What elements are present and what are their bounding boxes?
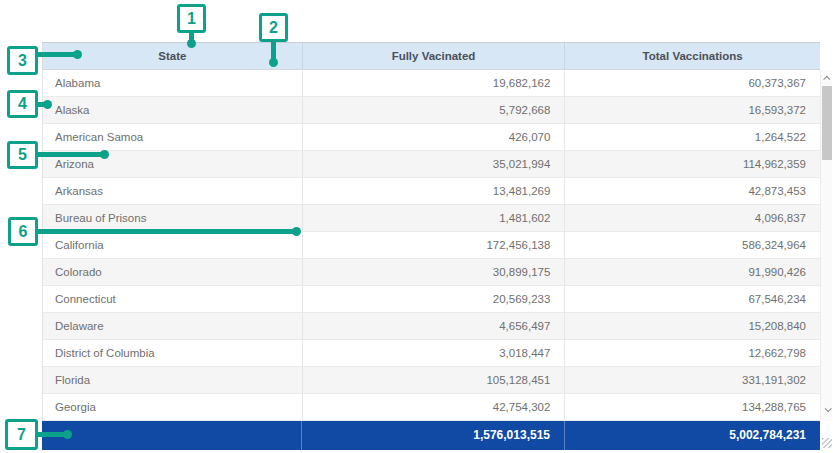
table-row[interactable]: Alabama19,682,16260,373,367 (43, 70, 820, 97)
table-row[interactable]: Colorado30,899,17591,990,426 (43, 259, 820, 286)
resize-grip-icon[interactable] (822, 438, 832, 448)
vaccination-table: State Fully Vacinated Total Vaccinations… (42, 42, 832, 450)
annotation-callout-6: 6 (8, 217, 38, 246)
table-header-row: State Fully Vacinated Total Vaccinations (42, 42, 820, 70)
annotation-callout-4: 4 (7, 90, 38, 118)
cell-total-vaccinations: 16,593,372 (565, 97, 820, 123)
cell-total-vaccinations: 4,096,837 (565, 205, 820, 231)
cell-state: District of Columbia (43, 340, 303, 366)
table-row[interactable]: Bureau of Prisons1,481,6024,096,837 (43, 205, 820, 232)
chevron-up-icon (823, 75, 830, 82)
table-row[interactable]: California172,456,138586,324,964 (43, 232, 820, 259)
cell-total-vaccinations: 91,990,426 (565, 259, 820, 285)
cell-total-vaccinations: 67,546,234 (565, 286, 820, 312)
annotation-line-5 (36, 152, 106, 157)
annotation-dot-2 (269, 58, 278, 67)
annotation-dot-5 (100, 150, 109, 159)
table-body: Alabama19,682,16260,373,367Alaska5,792,6… (42, 70, 820, 421)
annotation-dot-6 (292, 227, 301, 236)
table-row[interactable]: Arizona35,021,994114,962,359 (43, 151, 820, 178)
cell-total-vaccinations: 134,288,765 (565, 394, 820, 420)
cell-state: Florida (43, 367, 303, 393)
cell-fully-vaccinated: 20,569,233 (303, 286, 566, 312)
scroll-up-button[interactable] (821, 72, 833, 84)
annotation-callout-2: 2 (259, 13, 288, 42)
column-header-state[interactable]: State (43, 43, 303, 69)
cell-total-vaccinations: 114,962,359 (565, 151, 820, 177)
cell-fully-vaccinated: 1,481,602 (303, 205, 566, 231)
footer-cell-fully-vaccinated-total: 1,576,013,515 (302, 421, 565, 450)
table-row[interactable]: District of Columbia3,018,44712,662,798 (43, 340, 820, 367)
cell-state: Alaska (43, 97, 303, 123)
cell-fully-vaccinated: 3,018,447 (303, 340, 566, 366)
column-header-total-vaccinations[interactable]: Total Vaccinations (565, 43, 820, 69)
table-row[interactable]: Florida105,128,451331,191,302 (43, 367, 820, 394)
cell-fully-vaccinated: 42,754,302 (303, 394, 566, 420)
annotation-dot-7 (63, 430, 72, 439)
cell-fully-vaccinated: 426,070 (303, 124, 566, 150)
cell-fully-vaccinated: 30,899,175 (303, 259, 566, 285)
cell-fully-vaccinated: 105,128,451 (303, 367, 566, 393)
cell-total-vaccinations: 60,373,367 (565, 70, 820, 96)
annotation-dot-3 (73, 50, 82, 59)
cell-total-vaccinations: 586,324,964 (565, 232, 820, 258)
footer-cell-state (42, 421, 302, 450)
table-row[interactable]: American Samoa426,0701,264,522 (43, 124, 820, 151)
cell-state: Georgia (43, 394, 303, 420)
annotation-callout-5: 5 (7, 141, 38, 169)
scroll-down-button[interactable] (821, 403, 833, 415)
annotation-callout-7: 7 (5, 419, 38, 450)
cell-total-vaccinations: 42,873,453 (565, 178, 820, 204)
annotation-line-6 (36, 229, 297, 234)
scrollbar-thumb[interactable] (822, 86, 832, 160)
cell-state: American Samoa (43, 124, 303, 150)
cell-fully-vaccinated: 13,481,269 (303, 178, 566, 204)
cell-state: Arkansas (43, 178, 303, 204)
annotation-dot-1 (187, 39, 196, 48)
column-header-fully-vaccinated[interactable]: Fully Vacinated (303, 43, 566, 69)
table-footer-totals-row: 1,576,013,515 5,002,784,231 (42, 421, 820, 450)
cell-state: Bureau of Prisons (43, 205, 303, 231)
vertical-scrollbar[interactable] (820, 70, 832, 421)
cell-total-vaccinations: 12,662,798 (565, 340, 820, 366)
cell-state: Delaware (43, 313, 303, 339)
annotation-callout-3: 3 (7, 46, 38, 75)
cell-state: Connecticut (43, 286, 303, 312)
table-row[interactable]: Connecticut20,569,23367,546,234 (43, 286, 820, 313)
cell-fully-vaccinated: 5,792,668 (303, 97, 566, 123)
chevron-down-icon (824, 405, 831, 412)
footer-cell-total-vaccinations-total: 5,002,784,231 (565, 421, 820, 450)
cell-total-vaccinations: 1,264,522 (565, 124, 820, 150)
cell-fully-vaccinated: 172,456,138 (303, 232, 566, 258)
cell-state: California (43, 232, 303, 258)
cell-fully-vaccinated: 4,656,497 (303, 313, 566, 339)
annotation-callout-1: 1 (177, 4, 206, 33)
cell-fully-vaccinated: 19,682,162 (303, 70, 566, 96)
cell-state: Colorado (43, 259, 303, 285)
table-row[interactable]: Georgia42,754,302134,288,765 (43, 394, 820, 421)
cell-total-vaccinations: 331,191,302 (565, 367, 820, 393)
cell-total-vaccinations: 15,208,840 (565, 313, 820, 339)
cell-state: Alabama (43, 70, 303, 96)
table-row[interactable]: Alaska5,792,66816,593,372 (43, 97, 820, 124)
annotation-dot-4 (43, 100, 52, 109)
table-row[interactable]: Delaware4,656,49715,208,840 (43, 313, 820, 340)
annotation-line-3 (36, 52, 78, 57)
table-row[interactable]: Arkansas13,481,26942,873,453 (43, 178, 820, 205)
cell-fully-vaccinated: 35,021,994 (303, 151, 566, 177)
